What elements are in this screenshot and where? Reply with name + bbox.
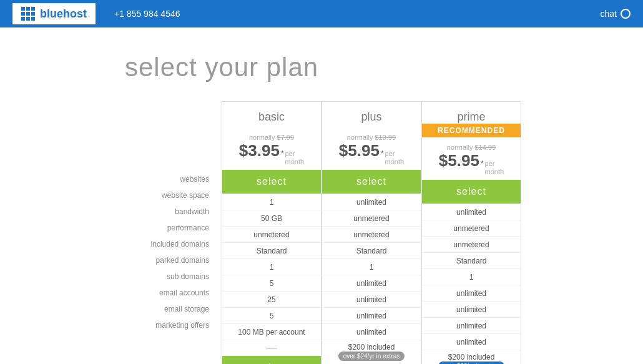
label-email-accounts: email accounts	[122, 285, 209, 301]
plus-email-storage: unlimited	[322, 323, 421, 340]
prime-website-space: unmetered	[422, 220, 521, 236]
basic-email-accounts: 5	[222, 307, 321, 323]
label-bandwidth: bandwidth	[122, 204, 209, 220]
prime-performance: Standard	[422, 252, 521, 268]
basic-features: 1 50 GB unmetered Standard 1 5 25 5 100 …	[222, 194, 321, 356]
prime-plan-name: prime	[422, 102, 521, 124]
recommended-badge: recommended	[422, 124, 521, 137]
basic-select-top-button[interactable]: select	[222, 170, 321, 194]
label-websites: websites	[122, 171, 209, 187]
plus-marketing-text: $200 included	[348, 343, 395, 352]
plans-section: websites website space bandwidth perform…	[0, 101, 643, 364]
chat-label: chat	[601, 9, 617, 19]
basic-marketing-offers: —	[222, 340, 321, 356]
logo-grid-icon	[21, 7, 35, 21]
plan-plus: plus normally $10.99 $5.95 * permonth se…	[322, 101, 421, 364]
plus-included-domains: 1	[322, 258, 421, 275]
label-performance: performance	[122, 220, 209, 236]
plus-bandwidth: unmetered	[322, 226, 421, 242]
logo-area[interactable]: bluehost	[12, 3, 96, 24]
basic-select-bottom-button[interactable]: select	[222, 356, 321, 364]
prime-price: $5.95	[439, 151, 479, 170]
plus-website-space: unmetered	[322, 210, 421, 226]
plan-basic: basic normally $7.99 $3.95 * permonth se…	[222, 101, 322, 364]
plus-performance: Standard	[322, 242, 421, 258]
chat-button[interactable]: chat	[601, 9, 631, 19]
page-title: select your plan	[125, 52, 643, 82]
prime-per: permonth	[485, 160, 504, 176]
plus-price-line: $5.95 * permonth	[328, 141, 415, 166]
prime-websites: unlimited	[422, 204, 521, 220]
basic-asterisk: *	[281, 149, 284, 158]
prime-sub-domains: unlimited	[422, 301, 521, 317]
label-website-space: website space	[122, 187, 209, 204]
basic-websites: 1	[222, 194, 321, 210]
basic-plan-name: basic	[222, 102, 321, 127]
basic-website-space: 50 GB	[222, 210, 321, 226]
prime-email-accounts: unlimited	[422, 317, 521, 333]
feature-labels: websites website space bandwidth perform…	[122, 101, 222, 333]
prime-marketing-offers: $200 included over $80/yr in extras 1 Sp…	[422, 350, 521, 364]
basic-price-line: $3.95 * permonth	[228, 141, 315, 166]
prime-email-storage: unlimited	[422, 333, 521, 350]
prime-normally: normally $14.99	[428, 144, 514, 151]
plus-select-top-button[interactable]: select	[322, 170, 421, 194]
plus-plan-name: plus	[322, 102, 421, 127]
plus-price: $5.95	[339, 141, 380, 160]
label-email-storage: email storage	[122, 301, 209, 317]
prime-parked-domains: unlimited	[422, 285, 521, 301]
plus-pricing: normally $10.99 $5.95 * permonth	[322, 127, 421, 170]
basic-original-price: $7.99	[277, 134, 295, 141]
label-sub-domains: sub domains	[122, 268, 209, 285]
prime-price-line: $5.95 * permonth	[428, 151, 514, 176]
prime-features: unlimited unmetered unmetered Standard 1…	[422, 204, 521, 364]
plus-parked-domains: unlimited	[322, 275, 421, 291]
plus-features: unlimited unmetered unmetered Standard 1…	[322, 194, 421, 364]
plus-original-price: $10.99	[375, 134, 396, 141]
basic-parked-domains: 5	[222, 275, 321, 291]
label-marketing-offers: marketing offers	[122, 317, 209, 333]
basic-price: $3.95	[239, 141, 280, 160]
plus-asterisk: *	[381, 149, 384, 158]
prime-asterisk: *	[481, 159, 484, 168]
basic-performance: Standard	[222, 242, 321, 258]
phone-number: +1 855 984 4546	[114, 9, 180, 19]
prime-original-price: $14.99	[474, 144, 496, 151]
plus-email-accounts: unlimited	[322, 307, 421, 323]
prime-included-domains: 1	[422, 268, 521, 285]
plus-sub-domains: unlimited	[322, 291, 421, 307]
plus-marketing-offers: $200 included over $24/yr in extras 1 Sp…	[322, 340, 421, 364]
basic-bandwidth: unmetered	[222, 226, 321, 242]
prime-pricing: normally $14.99 $5.95 * permonth	[422, 137, 521, 180]
plus-normally: normally $10.99	[328, 134, 415, 141]
prime-marketing-text: $200 included	[448, 353, 495, 362]
label-parked-domains: parked domains	[122, 252, 209, 268]
basic-included-domains: 1	[222, 258, 321, 275]
plus-extras-badge: over $24/yr in extras	[338, 352, 405, 361]
page-title-area: select your plan	[0, 27, 643, 101]
basic-normally: normally $7.99	[228, 134, 315, 141]
basic-pricing: normally $7.99 $3.95 * permonth	[222, 127, 321, 170]
prime-select-top-button[interactable]: select	[422, 180, 521, 204]
chat-icon	[621, 9, 631, 19]
prime-bandwidth: unmetered	[422, 236, 521, 252]
basic-per: permonth	[285, 150, 305, 166]
plus-per: permonth	[385, 150, 405, 166]
logo-text: bluehost	[40, 7, 87, 21]
header: bluehost +1 855 984 4546 chat	[0, 0, 643, 27]
basic-sub-domains: 25	[222, 291, 321, 307]
basic-email-storage: 100 MB per account	[222, 323, 321, 340]
plan-prime: prime recommended normally $14.99 $5.95 …	[421, 101, 521, 364]
plus-websites: unlimited	[322, 194, 421, 210]
prime-extras-badge: over $80/yr in extras	[438, 362, 505, 364]
label-included-domains: included domains	[122, 236, 209, 252]
